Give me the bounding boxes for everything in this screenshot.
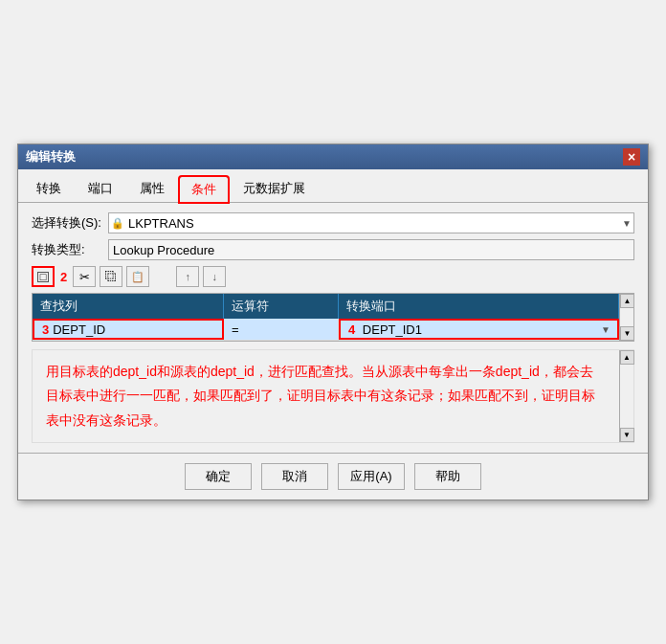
toolbar-new-button[interactable]: □ bbox=[32, 266, 55, 287]
tab-duankou[interactable]: 端口 bbox=[76, 175, 125, 202]
select-row: 选择转换(S): 🔒 LKPTRANS ▼ bbox=[32, 212, 634, 233]
new-doc-icon: □ bbox=[37, 272, 49, 282]
table-main: 查找列 运算符 转换端口 3 DEPT_ID = 4 DEPT_ID1 bbox=[33, 294, 619, 341]
toolbar-arrow-up-button[interactable]: ↑ bbox=[176, 266, 199, 287]
col3-dropdown-arrow: ▼ bbox=[601, 324, 610, 335]
cancel-button[interactable]: 取消 bbox=[261, 463, 328, 490]
desc-main: 用目标表的dept_id和源表的dept_id，进行匹配查找。当从源表中每拿出一… bbox=[33, 350, 619, 442]
select-value: LKPTRANS bbox=[128, 216, 194, 231]
tabs-row: 转换 端口 属性 条件 元数据扩展 bbox=[18, 171, 648, 203]
dialog-body: 选择转换(S): 🔒 LKPTRANS ▼ 转换类型: Lookup Proce… bbox=[18, 203, 648, 453]
table-header: 查找列 运算符 转换端口 bbox=[33, 294, 619, 319]
type-row: 转换类型: Lookup Procedure bbox=[32, 239, 634, 260]
tab-yuanshu[interactable]: 元数据扩展 bbox=[231, 175, 318, 202]
type-value: Lookup Procedure bbox=[108, 239, 634, 260]
tab-shuxing[interactable]: 属性 bbox=[127, 175, 177, 202]
confirm-button[interactable]: 确定 bbox=[185, 463, 252, 490]
conditions-table: 查找列 运算符 转换端口 3 DEPT_ID = 4 DEPT_ID1 bbox=[32, 293, 634, 342]
col3-value: DEPT_ID1 bbox=[363, 322, 422, 337]
table-cell-col3[interactable]: 4 DEPT_ID1 ▼ bbox=[339, 319, 619, 340]
scrollbar-down-btn[interactable]: ▼ bbox=[620, 326, 634, 341]
select-dropdown-arrow: ▼ bbox=[622, 218, 632, 229]
arrow-down-icon: ↓ bbox=[211, 271, 217, 282]
title-bar: 编辑转换 × bbox=[18, 144, 648, 169]
tab-zhuanhuan[interactable]: 转换 bbox=[24, 175, 74, 202]
scrollbar-up-btn[interactable]: ▲ bbox=[620, 294, 634, 308]
toolbar-arrow-down-button[interactable]: ↓ bbox=[203, 266, 226, 287]
paste-icon: 📋 bbox=[131, 271, 144, 283]
tab-tiaojian[interactable]: 条件 bbox=[179, 176, 229, 203]
dialog-title: 编辑转换 bbox=[26, 148, 76, 166]
desc-scrollbar-up-btn[interactable]: ▲ bbox=[620, 350, 634, 365]
toolbar: □ 2 ✂ ⿻ 📋 ↑ ↓ bbox=[32, 266, 634, 287]
select-input-wrap: 🔒 LKPTRANS ▼ bbox=[108, 212, 634, 233]
desc-scrollbar-down-btn[interactable]: ▼ bbox=[620, 428, 634, 442]
close-button[interactable]: × bbox=[623, 148, 640, 166]
col-header-operator: 运算符 bbox=[224, 294, 339, 319]
copy-icon: ⿻ bbox=[105, 270, 117, 283]
dialog-window: 编辑转换 × 转换 端口 属性 条件 元数据扩展 选择转换(S): 🔒 LKPT… bbox=[17, 144, 649, 500]
lock-icon: 🔒 bbox=[111, 217, 124, 230]
description-text: 用目标表的dept_id和源表的dept_id，进行匹配查找。当从源表中每拿出一… bbox=[46, 360, 606, 433]
help-button[interactable]: 帮助 bbox=[414, 463, 481, 490]
select-label: 选择转换(S): bbox=[32, 214, 108, 232]
scissors-icon: ✂ bbox=[79, 270, 90, 284]
col-header-lookup: 查找列 bbox=[33, 294, 224, 319]
type-label: 转换类型: bbox=[32, 241, 108, 258]
table-cell-col2: = bbox=[224, 319, 339, 340]
col-header-port: 转换端口 bbox=[339, 294, 619, 319]
dialog-footer: 确定 取消 应用(A) 帮助 bbox=[18, 453, 648, 500]
table-cell-col1[interactable]: 3 DEPT_ID bbox=[33, 319, 224, 340]
toolbar-scissors-button[interactable]: ✂ bbox=[73, 266, 96, 287]
type-input-wrap: Lookup Procedure bbox=[108, 239, 634, 260]
transform-select[interactable]: 🔒 LKPTRANS ▼ bbox=[108, 212, 634, 233]
col1-value: DEPT_ID bbox=[53, 322, 105, 337]
description-area: 用目标表的dept_id和源表的dept_id，进行匹配查找。当从源表中每拿出一… bbox=[32, 349, 634, 443]
desc-scrollbar: ▲ ▼ bbox=[619, 350, 633, 442]
toolbar-copy-button[interactable]: ⿻ bbox=[100, 266, 122, 287]
toolbar-paste-button[interactable]: 📋 bbox=[126, 266, 149, 287]
number-4: 4 bbox=[348, 322, 355, 337]
toolbar-number-2: 2 bbox=[60, 270, 67, 284]
table-scrollbar: ▲ ▼ bbox=[619, 294, 633, 341]
apply-button[interactable]: 应用(A) bbox=[338, 463, 405, 490]
arrow-up-icon: ↑ bbox=[185, 271, 190, 282]
number-3: 3 bbox=[42, 322, 49, 337]
table-row[interactable]: 3 DEPT_ID = 4 DEPT_ID1 ▼ bbox=[33, 319, 619, 341]
